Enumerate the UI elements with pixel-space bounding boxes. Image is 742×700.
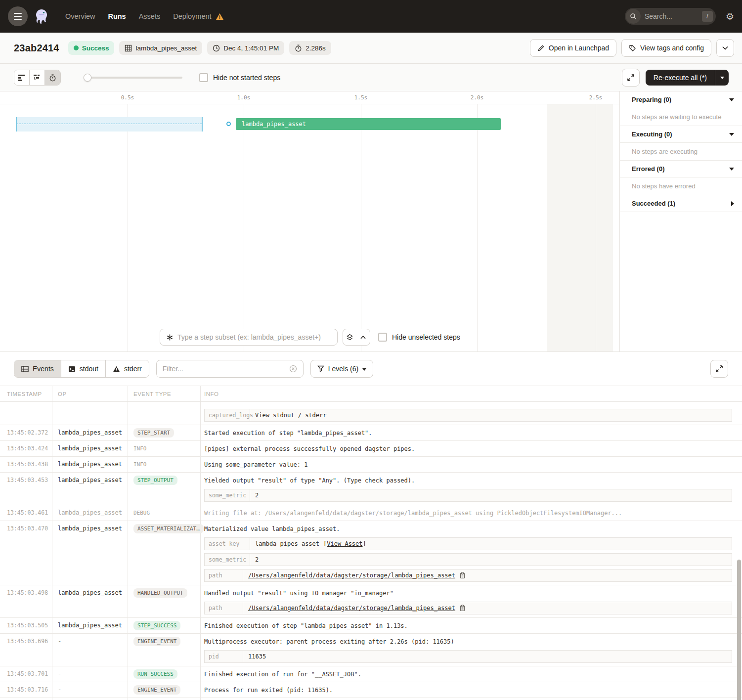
search-input[interactable]: Search... / — [625, 8, 716, 25]
log-row[interactable]: 13:45:03.453lambda_pipes_assetSTEP_OUTPU… — [0, 473, 742, 505]
log-fullscreen-button[interactable] — [710, 360, 728, 378]
tab-events[interactable]: Events — [14, 360, 61, 377]
tab-stdout[interactable]: stdout — [61, 360, 106, 377]
log-row[interactable]: captured_logsView stdout / stderr — [0, 402, 742, 425]
copy-icon[interactable] — [459, 572, 466, 579]
reexecute-options-caret[interactable] — [715, 70, 729, 86]
status-section-header[interactable]: Errored (0) — [620, 161, 742, 177]
nav-right: Search... / ⚙ — [625, 8, 734, 25]
log-op: lambda_pipes_asset — [52, 460, 128, 469]
nav-item-deployment[interactable]: Deployment — [173, 12, 223, 20]
table-icon — [21, 366, 29, 372]
status-section-header[interactable]: Preparing (0) — [620, 91, 742, 108]
path-link[interactable]: /Users/alangenfeld/data/dagster/storage/… — [248, 572, 455, 579]
metadata-value: View stdout / stderr — [250, 409, 732, 421]
log-op: - — [52, 685, 128, 695]
metadata-key: some_metric — [205, 554, 250, 566]
chevron-up-icon[interactable] — [356, 329, 370, 345]
status-section-header[interactable]: Succeeded (1) — [620, 195, 742, 212]
log-info: Started execution of step "lambda_pipes_… — [200, 428, 742, 438]
nav-item-runs[interactable]: Runs — [108, 12, 126, 20]
run-duration-tag: 2.286s — [289, 41, 331, 55]
checkbox-icon[interactable] — [199, 73, 208, 82]
copy-icon[interactable] — [459, 605, 466, 612]
log-row[interactable]: 13:45:03.701-RUN_SUCCESSFinished executi… — [0, 666, 742, 682]
log-info: Multiprocess executor: parent process ex… — [200, 637, 742, 663]
grid-icon — [125, 44, 132, 52]
gear-icon[interactable]: ⚙ — [726, 12, 734, 21]
zoom-slider[interactable] — [84, 73, 182, 83]
log-event-type — [128, 405, 200, 422]
expand-icon — [627, 74, 635, 82]
checkbox-icon[interactable] — [378, 333, 387, 342]
log-scrollbar[interactable] — [737, 560, 741, 700]
levels-dropdown[interactable]: Levels (6) — [310, 360, 373, 378]
waterfall-view-button[interactable] — [30, 70, 45, 85]
col-timestamp: TIMESTAMP — [0, 391, 52, 397]
col-event-type: EVENT TYPE — [128, 391, 200, 397]
log-table-header: TIMESTAMP OP EVENT TYPE INFO — [0, 386, 742, 402]
expand-icon — [715, 365, 723, 373]
log-row[interactable]: 13:45:03.696-ENGINE_EVENTMultiprocess ex… — [0, 634, 742, 666]
log-op: lambda_pipes_asset — [52, 444, 128, 453]
log-row[interactable]: 13:45:03.438lambda_pipes_assetINFOUsing … — [0, 457, 742, 473]
flat-view-icon — [18, 74, 26, 81]
slider-knob[interactable] — [84, 74, 91, 82]
log-row[interactable]: 13:45:03.470lambda_pipes_assetASSET_MATE… — [0, 521, 742, 585]
path-link[interactable]: /Users/alangenfeld/data/dagster/storage/… — [248, 605, 455, 612]
log-op: lambda_pipes_asset — [52, 428, 128, 438]
log-row[interactable]: 13:45:03.424lambda_pipes_assetINFO[pipes… — [0, 441, 742, 457]
log-row[interactable]: 13:45:03.498lambda_pipes_assetHANDLED_OU… — [0, 585, 742, 618]
log-info: Using some_parameter value: 1 — [200, 460, 742, 469]
log-row[interactable]: 13:45:02.372lambda_pipes_assetSTEP_START… — [0, 425, 742, 441]
log-row[interactable]: 13:45:03.461lambda_pipes_assetDEBUGWriti… — [0, 505, 742, 521]
log-filter-input[interactable]: Filter... — [156, 360, 304, 378]
clear-filter-icon[interactable] — [289, 365, 297, 373]
job-name-tag[interactable]: lambda_pipes_asset — [119, 41, 202, 55]
step-bar[interactable]: lambda_pipes_asset — [236, 118, 501, 130]
status-badge: Success — [68, 41, 115, 55]
graph-options-button[interactable] — [343, 329, 370, 346]
gantt-time-axis: 0.5s 1.0s 1.5s 2.0s 2.5s — [0, 91, 619, 104]
view-tags-config-button[interactable]: View tags and config — [621, 39, 711, 57]
step-subset-input[interactable]: Type a step subset (ex: lambda_pipes_ass… — [160, 329, 338, 346]
axis-tick: 2.0s — [471, 94, 484, 101]
metadata-key: pid — [205, 651, 243, 662]
view-asset-link[interactable]: [View Asset] — [323, 540, 366, 547]
log-row[interactable]: 13:45:03.505lambda_pipes_assetSTEP_SUCCE… — [0, 618, 742, 634]
log-op: lambda_pipes_asset — [52, 476, 128, 502]
log-op: lambda_pipes_asset — [52, 588, 128, 614]
step-waiting-bar — [16, 117, 203, 131]
menu-icon[interactable] — [8, 6, 28, 26]
open-in-launchpad-button[interactable]: Open in Launchpad — [530, 39, 616, 57]
status-section-header[interactable]: Executing (0) — [620, 126, 742, 143]
step-status-panel: Preparing (0)No steps are waiting to exe… — [619, 91, 742, 352]
log-info: Finished execution of step "lambda_pipes… — [200, 621, 742, 630]
log-event-type: STEP_START — [128, 428, 200, 438]
log-toolbar: Eventsstdoutstderr Filter... Levels (6) — [0, 352, 742, 386]
event-type-badge: RUN_SUCCESS — [133, 669, 177, 679]
event-type-badge: STEP_SUCCESS — [133, 621, 180, 630]
log-row[interactable]: 13:45:03.716-ENGINE_EVENTProcess for run… — [0, 682, 742, 698]
timing-view-button[interactable] — [45, 70, 60, 85]
nav-item-overview[interactable]: Overview — [65, 12, 95, 20]
gantt-after-run-zone — [547, 104, 613, 351]
funnel-icon — [317, 365, 324, 372]
run-actions-chevron-button[interactable] — [716, 39, 734, 57]
slider-track[interactable] — [84, 77, 182, 79]
gantt-fullscreen-button[interactable] — [622, 69, 640, 87]
log-timestamp: 13:45:03.438 — [0, 460, 52, 469]
nav-item-assets[interactable]: Assets — [139, 12, 161, 20]
reexecute-all-button[interactable]: Re-execute all (*) — [646, 70, 729, 86]
event-log-table: TIMESTAMP OP EVENT TYPE INFO captured_lo… — [0, 386, 742, 700]
metadata-key: path — [205, 569, 243, 581]
clock-icon — [213, 44, 220, 52]
hide-unselected-checkbox[interactable]: Hide unselected steps — [378, 333, 460, 342]
tab-stderr[interactable]: stderr — [106, 360, 149, 377]
axis-tick: 1.5s — [354, 94, 368, 101]
selector-icon — [166, 334, 174, 341]
hide-not-started-checkbox[interactable]: Hide not started steps — [199, 73, 280, 82]
flat-view-button[interactable] — [14, 70, 30, 85]
dagster-logo-icon[interactable] — [32, 6, 51, 26]
log-info: [pipes] external process successfully op… — [200, 444, 742, 453]
